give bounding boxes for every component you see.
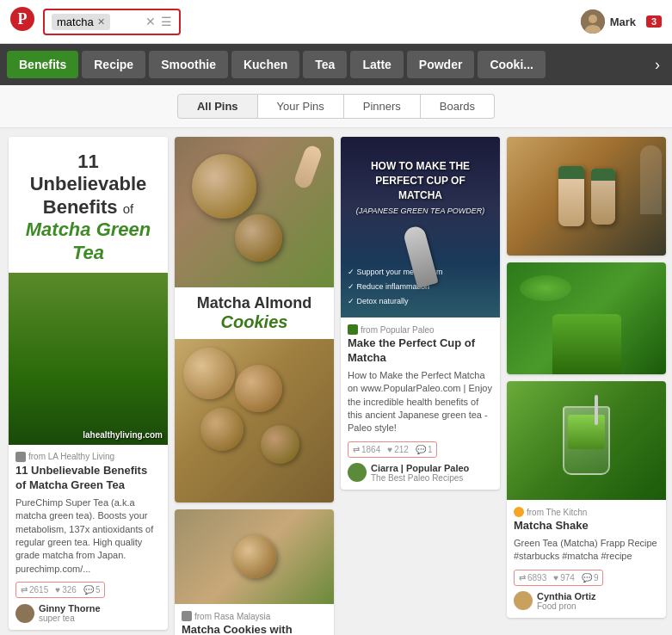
tab-all-pins[interactable]: All Pins bbox=[177, 94, 258, 119]
column-3: HOW TO MAKE THE PERFECT CUP OF MATCHA (J… bbox=[341, 137, 500, 635]
pin1-stats: ⇄ 2615 ♥ 326 💬 5 bbox=[15, 582, 105, 598]
pin4-repins: ⇄ 6893 bbox=[519, 573, 546, 583]
pin3-likes: ♥ 212 bbox=[387, 445, 409, 454]
filter-tabs: All Pins Your Pins Pinners Boards bbox=[0, 85, 672, 128]
column-2: Matcha Almond Cookies from Rasa Malaysia bbox=[175, 137, 334, 635]
pin-card-4-starbucks[interactable] bbox=[507, 137, 666, 256]
category-nav: Benefits Recipe Smoothie Kuchen Tea Latt… bbox=[0, 44, 672, 85]
pin3-comments: 💬 1 bbox=[416, 445, 433, 454]
category-kuchen[interactable]: Kuchen bbox=[231, 51, 299, 78]
pin3-source: from Popular Paleo bbox=[348, 324, 493, 335]
pinterest-logo[interactable]: P bbox=[10, 7, 34, 36]
pin4-powder-image bbox=[507, 262, 666, 374]
category-latte[interactable]: Latte bbox=[350, 51, 403, 78]
tab-your-pins[interactable]: Your Pins bbox=[258, 94, 344, 119]
pin1-title: 11 Unbelievable Benefits of Matcha Green… bbox=[15, 464, 161, 493]
pin4-title: Matcha Shake bbox=[514, 519, 659, 533]
svg-text:P: P bbox=[18, 10, 28, 28]
pin4-user: Cynthia Ortiz Food pron bbox=[514, 591, 659, 611]
pin3-subname: The Best Paleo Recipes bbox=[371, 473, 469, 483]
pin1-of: of bbox=[123, 201, 134, 216]
pin1-repins: ⇄ 2615 bbox=[21, 585, 48, 595]
pin5-source-icon bbox=[182, 611, 192, 621]
pin4-stats: ⇄ 6893 ♥ 974 💬 9 bbox=[514, 570, 603, 586]
pin3-repins: ⇄ 1864 bbox=[353, 445, 380, 454]
pin4-source-icon bbox=[514, 507, 524, 517]
pin1-image: lahealthyliving.com bbox=[9, 273, 168, 445]
category-recipe[interactable]: Recipe bbox=[82, 51, 145, 78]
tab-pinners[interactable]: Pinners bbox=[344, 94, 421, 119]
pin4-shake-image bbox=[507, 381, 666, 500]
pin-card-1[interactable]: 11 Unbelievable Benefits of Matcha Green… bbox=[9, 137, 168, 630]
pin1-headline: 11 Unbelievable Benefits of Matcha Green… bbox=[17, 151, 159, 264]
pin3-overlay-sub: (Japanese green tea powder) bbox=[356, 207, 485, 215]
pin2-title-block: Matcha Almond Cookies bbox=[175, 287, 334, 339]
pin4-likes: ♥ 974 bbox=[553, 573, 575, 583]
pin4-username: Cynthia Ortiz bbox=[537, 591, 595, 601]
pin1-user: Ginny Thorne super tea bbox=[15, 603, 161, 623]
pin4-source: from The Kitchn bbox=[514, 507, 659, 517]
pin1-source-icon bbox=[15, 452, 26, 462]
pin2-image-bottom bbox=[175, 339, 334, 502]
pin1-benefits: Benefits bbox=[43, 196, 118, 218]
pin-card-4[interactable]: from The Kitchn Matcha Shake Green Tea (… bbox=[507, 381, 666, 618]
pin4-subname: Food pron bbox=[537, 601, 595, 611]
category-benefits[interactable]: Benefits bbox=[7, 51, 78, 78]
search-box[interactable]: matcha ✕ ✕ ☰ bbox=[43, 9, 181, 35]
pin3-user-info: Ciarra | Popular Paleo The Best Paleo Re… bbox=[371, 463, 469, 483]
main-content: 11 Unbelievable Benefits of Matcha Green… bbox=[0, 128, 672, 635]
category-smoothie[interactable]: Smoothie bbox=[149, 51, 228, 78]
pin1-source: from LA Healthy Living bbox=[15, 452, 161, 462]
pin1-number: 11 bbox=[77, 151, 98, 172]
pin5-image bbox=[175, 509, 334, 604]
pin1-unbelievable: Unbelievable bbox=[30, 173, 147, 194]
pin1-site-label: lahealthyliving.com bbox=[83, 430, 163, 440]
pin1-desc: PureChimp Super Tea (a.k.a matcha green … bbox=[15, 496, 161, 576]
header: P matcha ✕ ✕ ☰ Mark 3 bbox=[0, 0, 672, 44]
pin2-title-cookies: Cookies bbox=[182, 312, 327, 332]
pin1-body: from LA Healthy Living 11 Unbelievable B… bbox=[9, 445, 168, 630]
category-powder[interactable]: Powder bbox=[407, 51, 475, 78]
pin1-avatar bbox=[15, 604, 34, 623]
header-right: Mark 3 bbox=[581, 9, 662, 34]
search-menu-icon[interactable]: ☰ bbox=[161, 15, 172, 28]
pin4-starbucks-image bbox=[507, 137, 666, 256]
pin4-desc: Green Tea (Matcha) Frapp Recipe #starbuc… bbox=[514, 537, 659, 564]
pin5-source: from Rasa Malaysia bbox=[182, 611, 327, 621]
search-tag-text: matcha bbox=[57, 15, 94, 28]
pin-card-5[interactable]: from Rasa Malaysia Matcha Cookies with A… bbox=[175, 509, 334, 635]
user-area[interactable]: Mark bbox=[581, 9, 636, 34]
pin4-user-info: Cynthia Ortiz Food pron bbox=[537, 591, 595, 611]
user-name: Mark bbox=[610, 15, 636, 28]
pin3-title: Make the Perfect Cup of Matcha bbox=[348, 336, 493, 366]
pin2-image-top bbox=[175, 137, 334, 287]
category-cookies[interactable]: Cooki... bbox=[478, 51, 546, 78]
pin3-source-icon bbox=[348, 324, 358, 335]
pin3-user: Ciarra | Popular Paleo The Best Paleo Re… bbox=[348, 463, 493, 483]
search-tag: matcha ✕ bbox=[52, 14, 110, 30]
svg-point-3 bbox=[589, 15, 597, 23]
pin5-title: Matcha Cookies with Almond bbox=[182, 623, 327, 635]
column-1: 11 Unbelievable Benefits of Matcha Green… bbox=[9, 137, 168, 635]
category-tea[interactable]: Tea bbox=[303, 51, 347, 78]
tab-boards[interactable]: Boards bbox=[421, 94, 495, 119]
search-tag-close[interactable]: ✕ bbox=[97, 16, 105, 28]
pin4-avatar bbox=[514, 591, 533, 610]
pin3-image: HOW TO MAKE THE PERFECT CUP OF MATCHA (J… bbox=[341, 137, 500, 318]
pin4-comments: 💬 9 bbox=[582, 573, 599, 583]
pin1-comments: 💬 5 bbox=[83, 585, 101, 595]
pin3-desc: How to Make the Perfect Matcha on www.Po… bbox=[348, 369, 493, 435]
notification-badge[interactable]: 3 bbox=[646, 15, 662, 28]
pin3-avatar bbox=[348, 463, 367, 482]
pin3-source-label: from Popular Paleo bbox=[361, 325, 435, 335]
pin-card-2[interactable]: Matcha Almond Cookies bbox=[175, 137, 334, 502]
category-next-arrow[interactable]: › bbox=[650, 51, 665, 79]
pin1-user-info: Ginny Thorne super tea bbox=[39, 603, 101, 623]
pin-card-4-powder[interactable] bbox=[507, 262, 666, 374]
search-clear-icon[interactable]: ✕ bbox=[145, 15, 156, 28]
column-4: from The Kitchn Matcha Shake Green Tea (… bbox=[507, 137, 666, 635]
pin1-green-tea: Matcha GreenTea bbox=[26, 219, 151, 262]
pin4-body: from The Kitchn Matcha Shake Green Tea (… bbox=[507, 500, 666, 618]
pin3-stats: ⇄ 1864 ♥ 212 💬 1 bbox=[348, 441, 437, 458]
pin-card-3[interactable]: HOW TO MAKE THE PERFECT CUP OF MATCHA (J… bbox=[341, 137, 500, 490]
